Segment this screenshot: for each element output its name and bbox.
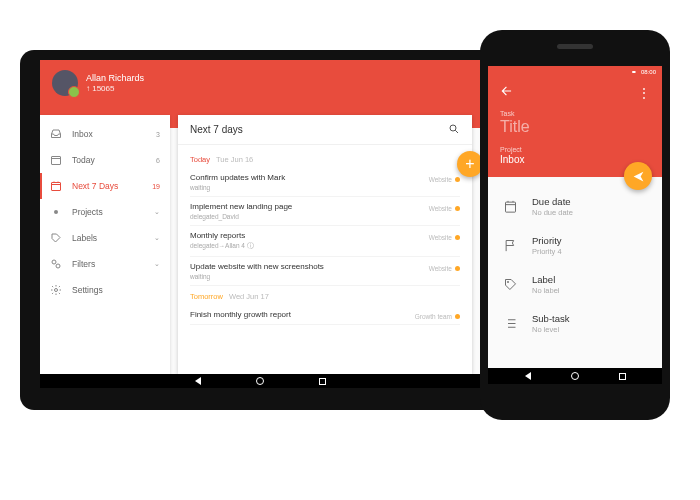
chevron-down-icon: ⌄ [154, 234, 160, 242]
task-sub: delegated→Allan 4 ⓘ [190, 242, 460, 251]
chevron-down-icon: ⌄ [154, 260, 160, 268]
sidebar-item-next7days[interactable]: Next 7 Days 19 [40, 173, 170, 199]
nav-home-icon[interactable] [256, 377, 264, 385]
task-tag: Website [429, 176, 460, 183]
phone-device: 08:00 ⋮ Task Title Project Inbox Due dat… [480, 30, 670, 420]
task-tag: Growth team [415, 313, 460, 320]
sidebar-item-label: Settings [72, 285, 103, 295]
day-label: Tomorrow [190, 292, 223, 301]
flag-icon [502, 238, 518, 254]
sidebar-item-label: Projects [72, 207, 103, 217]
task-card: Next 7 days + Today Tue Jun 16 Confirm u… [178, 115, 472, 374]
nav-recent-icon[interactable] [319, 378, 326, 385]
sidebar-item-label: Today [72, 155, 95, 165]
option-priority[interactable]: Priority Priority 4 [488, 226, 662, 265]
user-name: Allan Richards [86, 73, 144, 84]
option-label: Priority [532, 235, 562, 246]
projects-icon [50, 206, 62, 218]
sidebar-item-settings[interactable]: Settings [40, 277, 170, 303]
user-profile[interactable]: Allan Richards ↑ 15065 [52, 70, 144, 96]
task-tag: Website [429, 205, 460, 212]
sidebar-item-label: Labels [72, 233, 97, 243]
task-sub: waiting [190, 273, 460, 280]
calendar-icon [502, 199, 518, 215]
task-list: Today Tue Jun 16 Confirm updates with Ma… [178, 145, 472, 329]
svg-point-4 [450, 125, 456, 131]
option-label-field[interactable]: Label No label [488, 265, 662, 304]
svg-point-7 [507, 281, 508, 282]
day-heading-tomorrow: Tomorrow Wed Jun 17 [190, 292, 460, 301]
sidebar-item-today[interactable]: Today 6 [40, 147, 170, 173]
user-info: Allan Richards ↑ 15065 [86, 73, 144, 93]
nav-back-icon[interactable] [195, 377, 201, 385]
option-value: Priority 4 [532, 247, 562, 256]
filter-icon [50, 258, 62, 270]
project-field[interactable]: Project Inbox [500, 146, 650, 165]
option-value: No level [532, 325, 570, 334]
task-options: Due date No due date Priority Priority 4… [488, 177, 662, 353]
task-title-input[interactable]: Title [500, 118, 650, 136]
option-subtask[interactable]: Sub-task No level [488, 304, 662, 343]
task-title: Monthly reports [190, 231, 460, 240]
back-button[interactable] [500, 84, 514, 102]
status-time: 08:00 [641, 69, 656, 75]
task-row[interactable]: Monthly reports delegated→Allan 4 ⓘ Webs… [190, 226, 460, 257]
svg-rect-6 [505, 202, 515, 212]
sidebar: Inbox 3 Today 6 Next 7 Days 19 Projects … [40, 115, 170, 374]
task-sub: waiting [190, 184, 460, 191]
option-due-date[interactable]: Due date No due date [488, 187, 662, 226]
tablet-body: Inbox 3 Today 6 Next 7 Days 19 Projects … [40, 115, 480, 374]
sidebar-item-projects[interactable]: Projects ⌄ [40, 199, 170, 225]
phone-screen: 08:00 ⋮ Task Title Project Inbox Due dat… [488, 66, 662, 384]
android-navbar [488, 368, 662, 384]
task-row[interactable]: Finish monthly growth report Growth team [190, 305, 460, 325]
tablet-screen: Allan Richards ↑ 15065 Inbox 3 Today 6 [40, 60, 480, 388]
user-karma: ↑ 15065 [86, 84, 144, 94]
task-title: Implement new landing page [190, 202, 460, 211]
avatar [52, 70, 78, 96]
nav-home-icon[interactable] [571, 372, 579, 380]
send-button[interactable] [624, 162, 652, 190]
sidebar-item-count: 6 [156, 157, 160, 164]
sidebar-item-labels[interactable]: Labels ⌄ [40, 225, 170, 251]
more-icon[interactable]: ⋮ [638, 90, 650, 96]
sidebar-item-count: 19 [152, 183, 160, 190]
option-value: No due date [532, 208, 573, 217]
svg-point-2 [54, 210, 58, 214]
send-icon [632, 170, 645, 183]
add-task-button[interactable]: + [457, 151, 480, 177]
android-navbar [40, 374, 480, 388]
day-date: Tue Jun 16 [216, 155, 253, 164]
option-label: Due date [532, 196, 573, 207]
task-row[interactable]: Implement new landing page delegated_Dav… [190, 197, 460, 226]
day-heading-today: Today Tue Jun 16 [190, 155, 460, 164]
sidebar-item-label: Filters [72, 259, 95, 269]
tag-icon [502, 277, 518, 293]
day-date: Wed Jun 17 [229, 292, 269, 301]
calendar-today-icon [50, 154, 62, 166]
day-label: Today [190, 155, 210, 164]
sidebar-item-label: Next 7 Days [72, 181, 118, 191]
project-value: Inbox [500, 154, 650, 165]
phone-topbar: ⋮ [500, 84, 650, 102]
sidebar-item-filters[interactable]: Filters ⌄ [40, 251, 170, 277]
search-icon[interactable] [448, 121, 460, 139]
battery-icon [631, 69, 637, 75]
project-label: Project [500, 146, 650, 153]
task-title: Update website with new screenshots [190, 262, 460, 271]
task-sub: delegated_David [190, 213, 460, 220]
task-row[interactable]: Confirm updates with Mark waiting Websit… [190, 168, 460, 197]
card-header: Next 7 days [178, 115, 472, 145]
label-icon [50, 232, 62, 244]
nav-recent-icon[interactable] [619, 373, 626, 380]
list-icon [502, 316, 518, 332]
svg-rect-5 [632, 71, 635, 73]
task-row[interactable]: Update website with new screenshots wait… [190, 257, 460, 286]
task-title: Confirm updates with Mark [190, 173, 460, 182]
option-label: Sub-task [532, 313, 570, 324]
svg-point-3 [55, 289, 58, 292]
nav-back-icon[interactable] [525, 372, 531, 380]
card-title: Next 7 days [190, 124, 243, 135]
sidebar-item-inbox[interactable]: Inbox 3 [40, 121, 170, 147]
sidebar-item-count: 3 [156, 131, 160, 138]
